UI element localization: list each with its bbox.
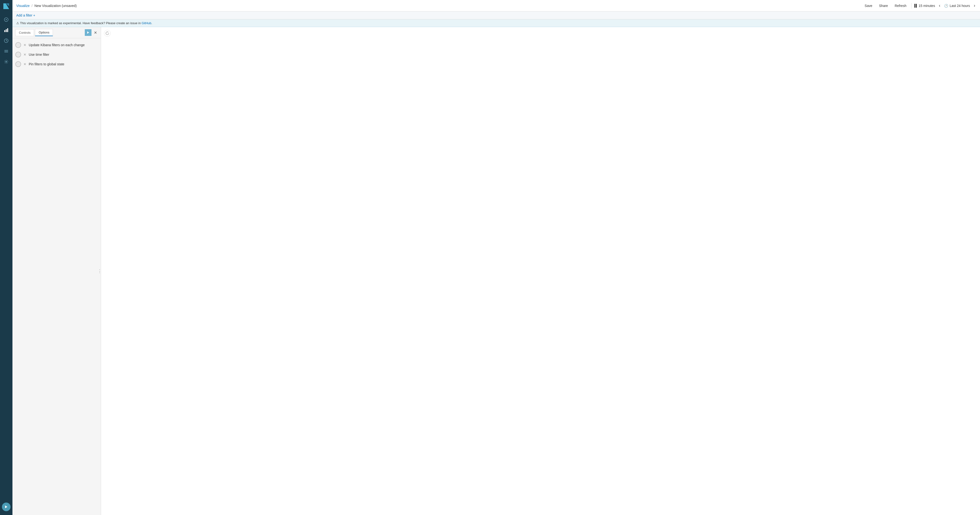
time-interval[interactable]: 15 minutes — [919, 4, 935, 8]
panel-resize-handle[interactable]: ⋮ — [98, 266, 101, 276]
canvas-refresh-icon[interactable] — [104, 30, 111, 36]
sidebar-play-button[interactable] — [2, 502, 11, 511]
svg-rect-4 — [7, 28, 8, 32]
tab-bar: Controls Options ✕ — [13, 27, 101, 38]
discard-button[interactable]: ✕ — [93, 30, 98, 35]
canvas-area — [101, 27, 980, 515]
tab-options[interactable]: Options — [35, 29, 53, 36]
time-range[interactable]: 🕐 Last 24 hours — [944, 4, 970, 8]
svg-point-6 — [6, 61, 7, 62]
option-toggle-1[interactable] — [15, 52, 21, 57]
add-filter-button[interactable]: Add a filter + — [16, 13, 35, 17]
svg-rect-3 — [6, 29, 7, 32]
time-controls: 15 minutes — [915, 4, 935, 8]
svg-marker-8 — [87, 31, 89, 34]
sidebar-item-settings[interactable] — [0, 57, 13, 67]
list-item: ✕ Update Kibana filters on each change — [15, 42, 98, 48]
prev-time-button[interactable]: ‹ — [938, 3, 941, 9]
options-list: ✕ Update Kibana filters on each change ✕… — [13, 38, 101, 71]
tab-controls[interactable]: Controls — [15, 29, 34, 36]
sidebar-item-discover[interactable] — [0, 14, 13, 25]
option-label-2: Pin filters to global state — [29, 62, 64, 66]
tab-action-controls: ✕ — [85, 29, 98, 36]
list-item: ✕ Pin filters to global state — [15, 61, 98, 67]
option-remove-1[interactable]: ✕ — [24, 53, 26, 57]
breadcrumb-visualize[interactable]: Visualize — [16, 4, 30, 8]
pause-bar-1 — [915, 4, 915, 8]
next-time-button[interactable]: › — [973, 3, 976, 9]
top-nav: Visualize / New Visualization (unsaved) … — [13, 0, 980, 11]
sidebar-item-visualize[interactable] — [0, 25, 13, 35]
pause-bar-2 — [916, 4, 917, 8]
top-nav-actions: Save Share Refresh 15 minutes ‹ 🕐 Last 2… — [863, 3, 976, 9]
breadcrumb-separator: / — [32, 4, 33, 8]
breadcrumb-current: New Visualization (unsaved) — [35, 4, 76, 8]
option-toggle-2[interactable] — [15, 61, 21, 67]
option-label-0: Update Kibana filters on each change — [29, 43, 85, 47]
sidebar-bottom — [2, 501, 11, 513]
left-panel: Controls Options ✕ ✕ Update Kibana filt — [13, 27, 101, 515]
breadcrumb: Visualize / New Visualization (unsaved) — [16, 4, 76, 8]
list-item: ✕ Use time filter — [15, 52, 98, 57]
option-remove-0[interactable]: ✕ — [24, 43, 26, 47]
svg-rect-2 — [4, 30, 5, 32]
time-range-label: Last 24 hours — [950, 4, 970, 8]
clock-icon: 🕐 — [944, 4, 948, 8]
sidebar — [0, 0, 13, 515]
banner-text-before: ⚠ This visualization is marked as experi… — [16, 21, 142, 25]
nav-divider — [911, 3, 912, 9]
filter-bar: Add a filter + — [13, 11, 980, 19]
github-link[interactable]: GitHub — [142, 21, 151, 25]
save-button[interactable]: Save — [863, 3, 874, 9]
experimental-banner: ⚠ This visualization is marked as experi… — [13, 19, 980, 27]
pause-icon[interactable] — [915, 4, 917, 8]
main-content: Visualize / New Visualization (unsaved) … — [13, 0, 980, 515]
editor-area: Controls Options ✕ ✕ Update Kibana filt — [13, 27, 980, 515]
share-button[interactable]: Share — [877, 3, 890, 9]
option-label-1: Use time filter — [29, 53, 49, 57]
sidebar-item-dashboard[interactable] — [0, 35, 13, 46]
sidebar-item-devtools[interactable] — [0, 46, 13, 57]
option-remove-2[interactable]: ✕ — [24, 62, 26, 66]
svg-point-1 — [6, 19, 7, 20]
run-button[interactable] — [85, 29, 91, 36]
option-toggle-0[interactable] — [15, 42, 21, 48]
refresh-button[interactable]: Refresh — [893, 3, 908, 9]
banner-text-after: . — [151, 21, 152, 25]
svg-marker-7 — [5, 505, 7, 508]
app-logo[interactable] — [2, 2, 11, 11]
